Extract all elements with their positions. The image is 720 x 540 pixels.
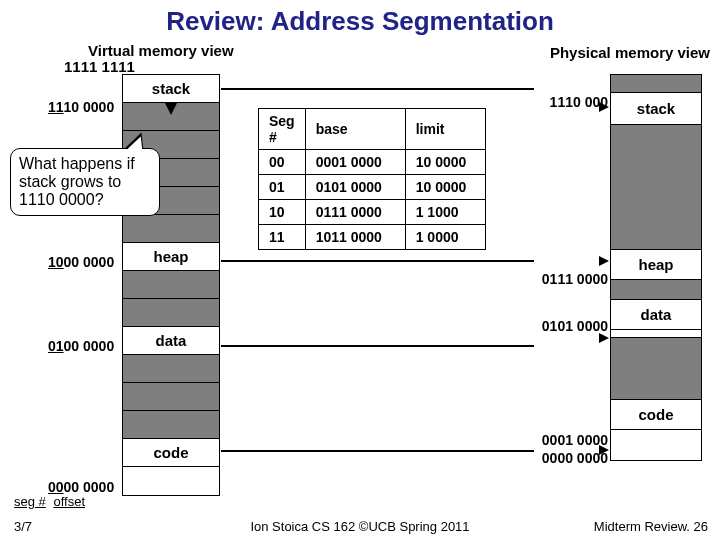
virtual-label: Virtual memory view: [88, 42, 234, 59]
heap-arrow-line: [221, 260, 534, 262]
physical-segment: stack: [611, 93, 701, 125]
physical-segment: [611, 280, 701, 300]
physical-segment: [611, 338, 701, 400]
physical-address-label: 0101 0000: [542, 318, 608, 334]
virtual-address-label: 0100 0000: [48, 338, 114, 354]
physical-segment: heap: [611, 250, 701, 280]
stack-arrow-line: [221, 88, 534, 90]
table-cell: 0111 0000: [305, 200, 405, 225]
data-arrow-line: [221, 345, 534, 347]
stack-arrow-head-icon: [599, 102, 609, 112]
table-cell: 10: [259, 200, 306, 225]
code-arrow-line: [221, 450, 534, 452]
table-cell: 10 0000: [405, 175, 485, 200]
table-cell: 1011 0000: [305, 225, 405, 250]
table-cell: 1 1000: [405, 200, 485, 225]
physical-segment: [611, 125, 701, 250]
page-title: Review: Address Segmentation: [0, 0, 720, 37]
physical-segment: [611, 75, 701, 93]
virtual-segment: stack: [123, 75, 219, 103]
virtual-segment: [123, 271, 219, 299]
callout-box: What happens if stack grows to 1110 0000…: [10, 148, 160, 216]
virtual-segment: [123, 467, 219, 495]
physical-segment: [611, 330, 701, 338]
virtual-segment: data: [123, 327, 219, 355]
segoff-label: seg # offset: [14, 494, 85, 509]
virtual-address-label: 1110 0000: [48, 99, 114, 115]
table-row: 111011 00001 0000: [259, 225, 486, 250]
stack-grow-arrow-icon: [165, 103, 177, 115]
virtual-segment: heap: [123, 243, 219, 271]
table-row: 100111 00001 1000: [259, 200, 486, 225]
footer-right: Midterm Review. 26: [594, 519, 708, 534]
virtual-segment: [123, 299, 219, 327]
virtual-top-addr: 1111 1111: [64, 58, 135, 75]
physical-segment: [611, 430, 701, 460]
code-arrow-head-icon: [599, 445, 609, 455]
table-cell: 0101 0000: [305, 175, 405, 200]
table-header: base: [305, 109, 405, 150]
data-arrow-head-icon: [599, 333, 609, 343]
virtual-segment: code: [123, 439, 219, 467]
heap-arrow-head-icon: [599, 256, 609, 266]
table-cell: 10 0000: [405, 150, 485, 175]
seg-num-label: seg #: [14, 494, 46, 509]
virtual-segment: [123, 411, 219, 439]
physical-memory-column: stackheapdatacode: [610, 74, 702, 461]
table-header: limit: [405, 109, 485, 150]
table-cell: 1 0000: [405, 225, 485, 250]
virtual-segment: [123, 355, 219, 383]
virtual-address-label: 0000 0000: [48, 479, 114, 495]
segment-table: Seg #baselimit000001 000010 0000010101 0…: [258, 108, 486, 250]
offset-label: offset: [53, 494, 85, 509]
physical-label: Physical memory view: [550, 44, 710, 61]
table-row: 000001 000010 0000: [259, 150, 486, 175]
table-cell: 00: [259, 150, 306, 175]
table-header: Seg #: [259, 109, 306, 150]
table-cell: 01: [259, 175, 306, 200]
table-cell: 11: [259, 225, 306, 250]
physical-address-label: 0111 0000: [542, 271, 608, 287]
physical-segment: code: [611, 400, 701, 430]
virtual-segment: [123, 383, 219, 411]
virtual-segment: [123, 215, 219, 243]
table-cell: 0001 0000: [305, 150, 405, 175]
table-row: 010101 000010 0000: [259, 175, 486, 200]
physical-segment: data: [611, 300, 701, 330]
virtual-address-label: 1000 0000: [48, 254, 114, 270]
